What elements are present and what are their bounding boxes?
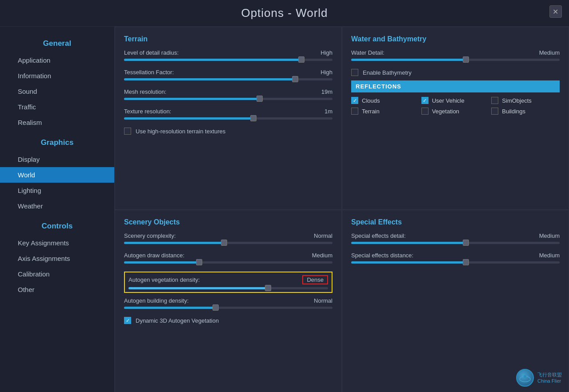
sidebar-item-axis-assignments[interactable]: Axis Assignments [0, 251, 114, 266]
controls-category-label: Controls [0, 214, 114, 235]
sidebar-item-sound[interactable]: Sound [0, 84, 114, 99]
logo-area: 飞行音联盟 China Flier [516, 369, 562, 387]
autogen-veg-density-track[interactable] [128, 287, 328, 289]
sidebar-item-application[interactable]: Application [0, 52, 114, 68]
lod-slider-row: Level of detail radius: High [124, 49, 333, 61]
water-title: Water and Bathymetry [351, 35, 560, 43]
reflect-clouds[interactable]: ✓ Clouds [351, 97, 420, 104]
autogen-draw-track[interactable] [124, 261, 333, 264]
fx-detail-label: Special effects detail: [351, 232, 406, 239]
fx-detail-value: Medium [539, 232, 560, 239]
hi-res-terrain-checkbox[interactable] [124, 128, 131, 135]
reflect-terrain[interactable]: Terrain [351, 108, 420, 115]
general-category-label: General [0, 31, 114, 52]
autogen-draw-label: Autogen draw distance: [124, 252, 184, 259]
reflect-buildings-checkbox[interactable] [491, 108, 498, 115]
bathymetry-label: Enable Bathymetry [363, 69, 412, 76]
sidebar: General Application Information Sound Tr… [0, 27, 115, 392]
reflect-user-vehicle-label: User Vehicle [432, 97, 465, 104]
fx-detail-track[interactable] [351, 242, 560, 244]
sidebar-item-display[interactable]: Display [0, 152, 114, 167]
autogen-veg-density-label: Autogen vegetation density: [128, 276, 200, 283]
reflect-clouds-checkbox[interactable]: ✓ [351, 97, 358, 104]
fx-detail-row: Special effects detail: Medium [351, 232, 560, 244]
reflect-buildings[interactable]: Buildings [491, 108, 560, 115]
fx-distance-label: Special effects distance: [351, 252, 413, 259]
texture-res-slider-row: Texture resolution: 1m [124, 108, 333, 120]
autogen-veg-density-value: Dense [302, 275, 328, 284]
terrain-title: Terrain [124, 35, 333, 43]
texture-res-track[interactable] [124, 117, 333, 120]
logo-icon [516, 369, 534, 387]
tess-value: High [321, 69, 333, 76]
special-effects-panel: Special Effects Special effects detail: … [342, 210, 569, 392]
tess-track[interactable] [124, 78, 333, 80]
tess-label: Tessellation Factor: [124, 69, 174, 76]
page-title: Options - World [241, 6, 328, 20]
sidebar-item-information[interactable]: Information [0, 68, 114, 84]
hi-res-terrain-row[interactable]: Use high-resolution terrain textures [124, 128, 333, 135]
scenery-complexity-row: Scenery complexity: Normal [124, 232, 333, 244]
mesh-track[interactable] [124, 98, 333, 100]
autogen-building-row: Autogen building density: Normal [124, 297, 333, 309]
fx-distance-track[interactable] [351, 261, 560, 264]
reflect-simobjects[interactable]: SimObjects [491, 97, 560, 104]
water-detail-row: Water Detail: Medium [351, 49, 560, 61]
mesh-label: Mesh resolution: [124, 88, 166, 95]
autogen-draw-value: Medium [312, 252, 333, 259]
texture-res-label: Texture resolution: [124, 108, 171, 115]
reflect-terrain-checkbox[interactable] [351, 108, 358, 115]
autogen-veg-density-row: Autogen vegetation density: Dense [124, 272, 333, 293]
main-layout: General Application Information Sound Tr… [0, 27, 569, 392]
dynamic-3d-label: Dynamic 3D Autogen Vegetation [136, 317, 219, 324]
lod-track[interactable] [124, 59, 333, 61]
sidebar-item-calibration[interactable]: Calibration [0, 266, 114, 282]
sidebar-item-other[interactable]: Other [0, 282, 114, 297]
hi-res-terrain-label: Use high-resolution terrain textures [136, 128, 225, 135]
scenery-complexity-value: Normal [314, 232, 333, 239]
reflect-user-vehicle[interactable]: ✓ User Vehicle [421, 97, 490, 104]
title-bar: Options - World ✕ [0, 0, 569, 27]
bathymetry-checkbox[interactable] [351, 69, 358, 76]
bathymetry-row[interactable]: Enable Bathymetry [351, 69, 560, 76]
mesh-value: 19m [321, 88, 333, 95]
scenery-complexity-label: Scenery complexity: [124, 232, 176, 239]
sidebar-item-weather[interactable]: Weather [0, 198, 114, 214]
reflections-grid: ✓ Clouds ✓ User Vehicle SimObjects Terra… [351, 97, 560, 115]
autogen-draw-row: Autogen draw distance: Medium [124, 252, 333, 264]
water-panel: Water and Bathymetry Water Detail: Mediu… [342, 27, 569, 210]
reflections-header: REFLECTIONS [351, 80, 560, 92]
logo-text: 飞行音联盟 China Flier [537, 372, 562, 384]
autogen-building-label: Autogen building density: [124, 297, 188, 304]
dynamic-3d-checkbox[interactable]: ✓ [124, 317, 131, 324]
water-detail-value: Medium [539, 49, 560, 56]
mesh-slider-row: Mesh resolution: 19m [124, 88, 333, 100]
texture-res-value: 1m [325, 108, 333, 115]
water-detail-track[interactable] [351, 59, 560, 61]
sidebar-item-realism[interactable]: Realism [0, 115, 114, 130]
reflect-buildings-label: Buildings [502, 108, 525, 115]
close-button[interactable]: ✕ [549, 5, 562, 18]
sidebar-item-world[interactable]: World [0, 167, 114, 183]
fx-distance-value: Medium [539, 252, 560, 259]
tess-slider-row: Tessellation Factor: High [124, 69, 333, 80]
sidebar-item-traffic[interactable]: Traffic [0, 99, 114, 115]
sidebar-item-key-assignments[interactable]: Key Assignments [0, 235, 114, 251]
scenery-panel: Scenery Objects Scenery complexity: Norm… [115, 210, 342, 392]
reflect-vegetation-label: Vegetation [432, 108, 459, 115]
content-area: Terrain Level of detail radius: High Tes… [115, 27, 569, 392]
reflect-terrain-label: Terrain [362, 108, 380, 115]
lod-label: Level of detail radius: [124, 49, 179, 56]
reflect-vegetation[interactable]: Vegetation [421, 108, 490, 115]
water-detail-label: Water Detail: [351, 49, 385, 56]
lod-value: High [321, 49, 333, 56]
autogen-building-value: Normal [314, 297, 333, 304]
sidebar-item-lighting[interactable]: Lighting [0, 183, 114, 198]
fx-distance-row: Special effects distance: Medium [351, 252, 560, 264]
scenery-complexity-track[interactable] [124, 242, 333, 244]
dynamic-3d-row[interactable]: ✓ Dynamic 3D Autogen Vegetation [124, 317, 333, 324]
reflect-vegetation-checkbox[interactable] [421, 108, 429, 115]
reflect-user-vehicle-checkbox[interactable]: ✓ [421, 97, 429, 104]
autogen-building-track[interactable] [124, 307, 333, 309]
reflect-simobjects-checkbox[interactable] [491, 97, 498, 104]
